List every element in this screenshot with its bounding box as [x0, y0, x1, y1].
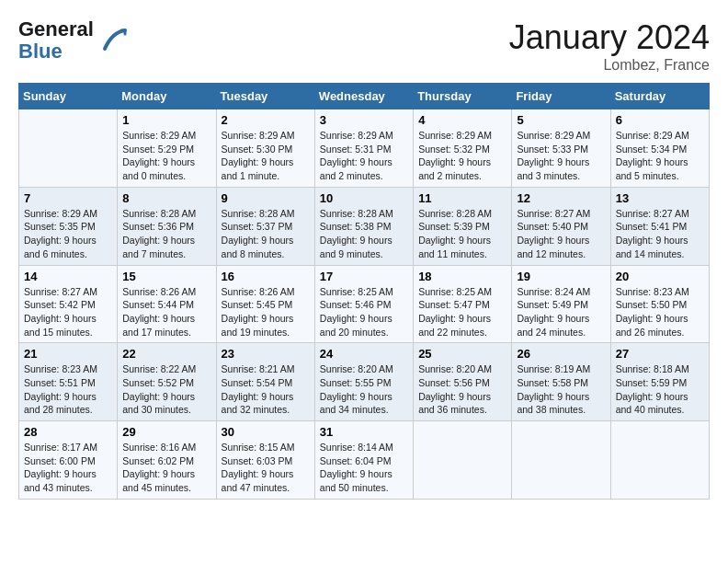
weekday-header: Tuesday [216, 84, 314, 109]
calendar-cell: 25Sunrise: 8:20 AMSunset: 5:56 PMDayligh… [414, 343, 512, 421]
calendar-cell: 8Sunrise: 8:28 AMSunset: 5:36 PMDaylight… [118, 187, 216, 265]
day-info: Sunrise: 8:22 AMSunset: 5:52 PMDaylight:… [122, 362, 210, 417]
day-info: Sunrise: 8:19 AMSunset: 5:58 PMDaylight:… [517, 362, 605, 417]
weekday-header: Friday [512, 84, 610, 109]
calendar-cell: 9Sunrise: 8:28 AMSunset: 5:37 PMDaylight… [216, 187, 314, 265]
day-number: 15 [122, 270, 210, 283]
calendar-cell: 29Sunrise: 8:16 AMSunset: 6:02 PMDayligh… [118, 421, 216, 500]
day-info: Sunrise: 8:26 AMSunset: 5:44 PMDaylight:… [122, 285, 210, 339]
weekday-header: Wednesday [314, 84, 413, 109]
calendar-table: SundayMondayTuesdayWednesdayThursdayFrid… [18, 83, 710, 500]
logo-icon [96, 23, 131, 58]
day-number: 22 [122, 347, 210, 361]
calendar-cell: 23Sunrise: 8:21 AMSunset: 5:54 PMDayligh… [216, 343, 314, 421]
day-number: 7 [24, 191, 112, 205]
calendar-cell: 2Sunrise: 8:29 AMSunset: 5:30 PMDaylight… [216, 109, 314, 188]
day-number: 2 [222, 113, 310, 127]
calendar-cell: 21Sunrise: 8:23 AMSunset: 5:51 PMDayligh… [19, 343, 118, 421]
day-number: 11 [418, 191, 506, 205]
calendar-cell: 7Sunrise: 8:29 AMSunset: 5:35 PMDaylight… [19, 187, 118, 265]
day-info: Sunrise: 8:20 AMSunset: 5:55 PMDaylight:… [320, 362, 408, 417]
calendar-cell [19, 109, 118, 188]
logo-blue: Blue [18, 40, 94, 63]
day-info: Sunrise: 8:14 AMSunset: 6:04 PMDaylight:… [320, 441, 408, 495]
calendar-body: 1Sunrise: 8:29 AMSunset: 5:29 PMDaylight… [19, 109, 710, 500]
day-info: Sunrise: 8:27 AMSunset: 5:41 PMDaylight:… [616, 207, 704, 261]
day-number: 19 [517, 270, 605, 283]
day-number: 25 [418, 347, 506, 361]
day-info: Sunrise: 8:28 AMSunset: 5:37 PMDaylight:… [222, 207, 310, 261]
logo: General Blue [18, 18, 131, 63]
day-number: 13 [616, 191, 704, 205]
calendar-cell: 26Sunrise: 8:19 AMSunset: 5:58 PMDayligh… [512, 343, 610, 421]
day-number: 16 [222, 270, 310, 283]
calendar-week-row: 14Sunrise: 8:27 AMSunset: 5:42 PMDayligh… [19, 265, 710, 343]
day-number: 10 [320, 191, 408, 205]
day-number: 12 [517, 191, 605, 205]
day-number: 18 [418, 270, 506, 283]
day-info: Sunrise: 8:18 AMSunset: 5:59 PMDaylight:… [616, 362, 704, 417]
day-info: Sunrise: 8:28 AMSunset: 5:36 PMDaylight:… [122, 207, 210, 261]
day-number: 6 [616, 113, 704, 127]
day-info: Sunrise: 8:29 AMSunset: 5:33 PMDaylight:… [517, 129, 605, 183]
calendar-cell: 17Sunrise: 8:25 AMSunset: 5:46 PMDayligh… [314, 265, 413, 343]
weekday-header: Thursday [414, 84, 512, 109]
day-info: Sunrise: 8:24 AMSunset: 5:49 PMDaylight:… [517, 285, 605, 339]
calendar-cell [414, 421, 512, 500]
day-info: Sunrise: 8:29 AMSunset: 5:30 PMDaylight:… [222, 129, 310, 183]
day-number: 26 [517, 347, 605, 361]
day-info: Sunrise: 8:26 AMSunset: 5:45 PMDaylight:… [222, 285, 310, 339]
day-number: 1 [122, 113, 210, 127]
calendar-cell: 31Sunrise: 8:14 AMSunset: 6:04 PMDayligh… [314, 421, 413, 500]
day-info: Sunrise: 8:27 AMSunset: 5:40 PMDaylight:… [517, 207, 605, 261]
weekday-header-row: SundayMondayTuesdayWednesdayThursdayFrid… [19, 84, 710, 109]
day-number: 4 [418, 113, 506, 127]
day-info: Sunrise: 8:29 AMSunset: 5:35 PMDaylight:… [24, 207, 112, 261]
day-info: Sunrise: 8:23 AMSunset: 5:50 PMDaylight:… [616, 285, 704, 339]
calendar-cell: 3Sunrise: 8:29 AMSunset: 5:31 PMDaylight… [314, 109, 413, 188]
day-info: Sunrise: 8:16 AMSunset: 6:02 PMDaylight:… [122, 441, 210, 495]
day-number: 23 [222, 347, 310, 361]
day-number: 21 [24, 347, 112, 361]
month-title: January 2024 [509, 18, 710, 57]
calendar-cell: 15Sunrise: 8:26 AMSunset: 5:44 PMDayligh… [118, 265, 216, 343]
calendar-cell: 22Sunrise: 8:22 AMSunset: 5:52 PMDayligh… [118, 343, 216, 421]
day-number: 5 [517, 113, 605, 127]
day-info: Sunrise: 8:21 AMSunset: 5:54 PMDaylight:… [222, 362, 310, 417]
calendar-week-row: 28Sunrise: 8:17 AMSunset: 6:00 PMDayligh… [19, 421, 710, 500]
day-info: Sunrise: 8:28 AMSunset: 5:38 PMDaylight:… [320, 207, 408, 261]
calendar-cell: 6Sunrise: 8:29 AMSunset: 5:34 PMDaylight… [610, 109, 709, 188]
day-number: 3 [320, 113, 408, 127]
day-number: 24 [320, 347, 408, 361]
day-number: 28 [24, 425, 112, 439]
calendar-week-row: 21Sunrise: 8:23 AMSunset: 5:51 PMDayligh… [19, 343, 710, 421]
day-number: 9 [222, 191, 310, 205]
weekday-header: Saturday [610, 84, 709, 109]
calendar-cell: 28Sunrise: 8:17 AMSunset: 6:00 PMDayligh… [19, 421, 118, 500]
day-number: 31 [320, 425, 408, 439]
day-info: Sunrise: 8:17 AMSunset: 6:00 PMDaylight:… [24, 441, 112, 495]
day-number: 20 [616, 270, 704, 283]
day-info: Sunrise: 8:29 AMSunset: 5:34 PMDaylight:… [616, 129, 704, 183]
day-info: Sunrise: 8:15 AMSunset: 6:03 PMDaylight:… [222, 441, 310, 495]
title-block: January 2024 Lombez, France [509, 18, 710, 74]
day-number: 30 [222, 425, 310, 439]
calendar-cell: 24Sunrise: 8:20 AMSunset: 5:55 PMDayligh… [314, 343, 413, 421]
weekday-header: Sunday [19, 84, 118, 109]
day-info: Sunrise: 8:27 AMSunset: 5:42 PMDaylight:… [24, 285, 112, 339]
day-number: 8 [122, 191, 210, 205]
page-header: General Blue January 2024 Lombez, France [18, 18, 710, 74]
calendar-week-row: 7Sunrise: 8:29 AMSunset: 5:35 PMDaylight… [19, 187, 710, 265]
day-info: Sunrise: 8:28 AMSunset: 5:39 PMDaylight:… [418, 207, 506, 261]
day-info: Sunrise: 8:25 AMSunset: 5:47 PMDaylight:… [418, 285, 506, 339]
calendar-cell: 14Sunrise: 8:27 AMSunset: 5:42 PMDayligh… [19, 265, 118, 343]
calendar-cell: 1Sunrise: 8:29 AMSunset: 5:29 PMDaylight… [118, 109, 216, 188]
day-info: Sunrise: 8:23 AMSunset: 5:51 PMDaylight:… [24, 362, 112, 417]
calendar-cell: 27Sunrise: 8:18 AMSunset: 5:59 PMDayligh… [610, 343, 709, 421]
calendar-cell: 13Sunrise: 8:27 AMSunset: 5:41 PMDayligh… [610, 187, 709, 265]
calendar-cell: 20Sunrise: 8:23 AMSunset: 5:50 PMDayligh… [610, 265, 709, 343]
calendar-cell [610, 421, 709, 500]
day-info: Sunrise: 8:29 AMSunset: 5:32 PMDaylight:… [418, 129, 506, 183]
day-number: 29 [122, 425, 210, 439]
day-info: Sunrise: 8:29 AMSunset: 5:31 PMDaylight:… [320, 129, 408, 183]
